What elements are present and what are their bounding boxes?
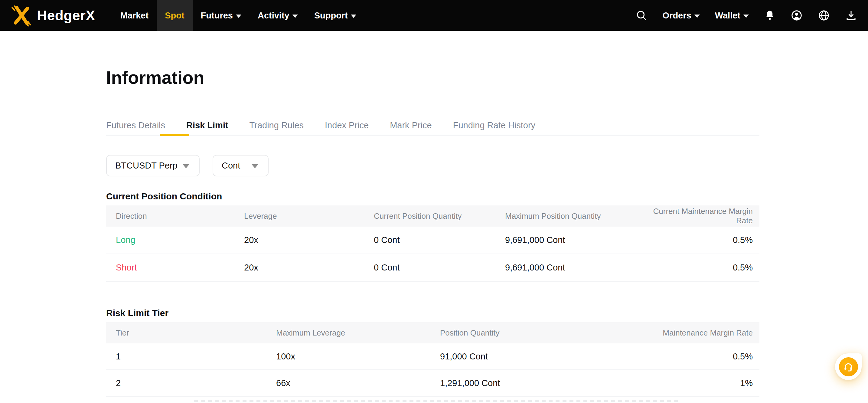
- tab-risk-limit[interactable]: Risk Limit: [186, 120, 228, 131]
- page-title: Information: [106, 67, 760, 88]
- nav-item-label: Spot: [165, 10, 184, 21]
- symbol-select-value: BTCUSDT Perp: [115, 161, 178, 170]
- table-row: 2 66x 1,291,000 Cont 1%: [106, 370, 760, 397]
- chevron-down-icon: [743, 14, 749, 18]
- max-qty-value: 9,691,000 Cont: [505, 262, 635, 273]
- leverage-value: 20x: [244, 262, 374, 273]
- main-content: Information Futures Details Risk Limit T…: [106, 67, 760, 402]
- nav-item-support[interactable]: Support: [306, 0, 365, 31]
- hedgerx-logo-icon: [10, 4, 33, 27]
- unit-select[interactable]: Cont: [213, 155, 269, 176]
- brand-name: HedgerX: [37, 7, 95, 24]
- tab-futures-details[interactable]: Futures Details: [106, 120, 165, 131]
- orders-menu[interactable]: Orders: [663, 10, 700, 21]
- orders-label: Orders: [663, 10, 691, 21]
- search-icon[interactable]: [636, 9, 648, 22]
- table-row: Short 20x 0 Cont 9,691,000 Cont 0.5%: [106, 254, 760, 282]
- brand[interactable]: HedgerX: [0, 0, 104, 31]
- tab-trading-rules[interactable]: Trading Rules: [249, 120, 304, 131]
- tab-bar: Futures Details Risk Limit Trading Rules…: [106, 120, 760, 135]
- nav-item-label: Market: [120, 10, 149, 21]
- col-current-maintenance-margin-rate: Current Maintenance Margin Rate: [635, 207, 760, 225]
- risk-limit-header-row: Tier Maximum Leverage Position Quantity …: [106, 322, 760, 343]
- col-maximum-position-quantity: Maximum Position Quantity: [505, 212, 635, 221]
- chevron-down-icon: [292, 14, 298, 18]
- direction-short: Short: [106, 262, 244, 273]
- col-direction: Direction: [106, 212, 244, 221]
- current-position-section: Current Position Condition Direction Lev…: [106, 191, 760, 282]
- risk-limit-tier-title: Risk Limit Tier: [106, 308, 760, 318]
- account-icon[interactable]: [790, 9, 803, 22]
- margin-rate-value: 1%: [621, 378, 760, 388]
- nav-item-label: Activity: [258, 10, 289, 21]
- margin-rate-value: 0.5%: [621, 351, 760, 362]
- current-position-title: Current Position Condition: [106, 191, 760, 202]
- leverage-value: 20x: [244, 235, 374, 245]
- tier-value: 1: [106, 351, 276, 362]
- active-tab-indicator: [160, 134, 189, 136]
- tier-value: 2: [106, 378, 276, 388]
- tab-index-price[interactable]: Index Price: [325, 120, 369, 131]
- bell-icon[interactable]: [764, 10, 775, 21]
- unit-select-value: Cont: [222, 161, 240, 170]
- chevron-down-icon: [183, 164, 189, 168]
- current-position-header-row: Direction Leverage Current Position Quan…: [106, 206, 760, 227]
- chevron-down-icon: [236, 14, 241, 18]
- chevron-down-icon: [351, 14, 356, 18]
- tab-funding-rate-history[interactable]: Funding Rate History: [453, 120, 535, 131]
- nav-item-market[interactable]: Market: [112, 0, 157, 31]
- current-qty-value: 0 Cont: [374, 262, 505, 273]
- nav-item-label: Support: [314, 10, 348, 21]
- max-leverage-value: 66x: [276, 378, 440, 388]
- chevron-down-icon: [252, 164, 258, 168]
- position-qty-value: 91,000 Cont: [440, 351, 621, 362]
- col-maintenance-margin-rate: Maintenance Margin Rate: [621, 328, 760, 338]
- max-qty-value: 9,691,000 Cont: [505, 235, 635, 245]
- download-icon[interactable]: [845, 9, 857, 22]
- tab-mark-price[interactable]: Mark Price: [390, 120, 432, 131]
- risk-limit-tier-section: Risk Limit Tier Tier Maximum Leverage Po…: [106, 308, 760, 402]
- table-row: 1 100x 91,000 Cont 0.5%: [106, 343, 760, 370]
- col-leverage: Leverage: [244, 212, 374, 221]
- position-qty-value: 1,291,000 Cont: [440, 378, 621, 388]
- col-maximum-leverage: Maximum Leverage: [276, 328, 440, 338]
- nav-item-futures[interactable]: Futures: [193, 0, 249, 31]
- nav-item-label: Futures: [201, 10, 233, 21]
- table-row: Long 20x 0 Cont 9,691,000 Cont 0.5%: [106, 227, 760, 254]
- wallet-label: Wallet: [715, 10, 740, 21]
- nav-right: Orders Wallet: [636, 0, 868, 31]
- margin-rate-value: 0.5%: [635, 262, 760, 273]
- support-chat-button[interactable]: [835, 353, 862, 380]
- headset-icon: [839, 357, 858, 376]
- nav-item-spot[interactable]: Spot: [157, 0, 192, 31]
- top-nav: HedgerX Market Spot Futures Activity Sup…: [0, 0, 868, 31]
- clipped-next-row: [194, 400, 678, 402]
- symbol-select[interactable]: BTCUSDT Perp: [106, 155, 199, 176]
- filters-row: BTCUSDT Perp Cont: [106, 155, 760, 176]
- margin-rate-value: 0.5%: [635, 235, 760, 245]
- chevron-down-icon: [694, 14, 700, 18]
- col-position-quantity: Position Quantity: [440, 328, 621, 338]
- max-leverage-value: 100x: [276, 351, 440, 362]
- wallet-menu[interactable]: Wallet: [715, 10, 749, 21]
- current-qty-value: 0 Cont: [374, 235, 505, 245]
- col-tier: Tier: [106, 328, 276, 338]
- col-current-position-quantity: Current Position Quantity: [374, 212, 505, 221]
- direction-long: Long: [106, 235, 244, 245]
- main-menu: Market Spot Futures Activity Support: [112, 0, 365, 31]
- globe-icon[interactable]: [818, 9, 830, 22]
- nav-item-activity[interactable]: Activity: [249, 0, 306, 31]
